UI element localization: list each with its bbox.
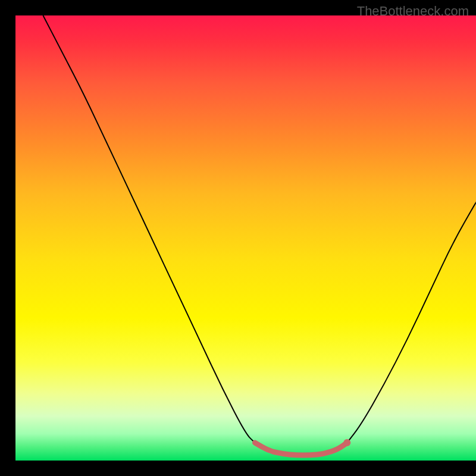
- watermark-text: TheBottleneck.com: [357, 4, 469, 19]
- plot-area: [15, 15, 476, 461]
- chart-svg: [15, 15, 476, 461]
- trough-highlight: [255, 443, 347, 455]
- curve-left-branch: [43, 15, 255, 443]
- curve-right-branch: [347, 202, 476, 443]
- trough-end-dot: [343, 439, 350, 446]
